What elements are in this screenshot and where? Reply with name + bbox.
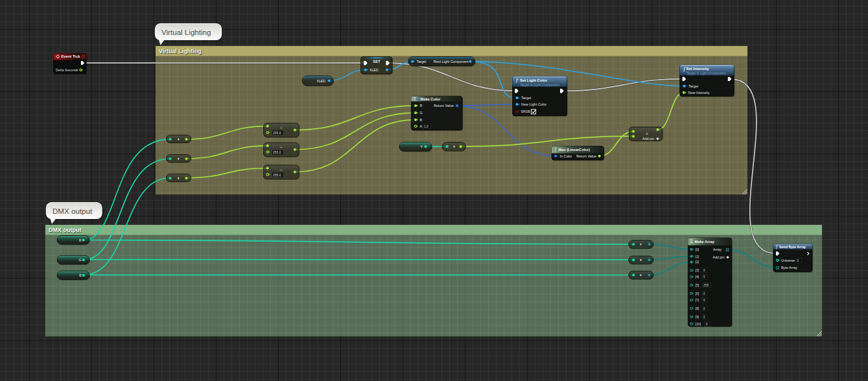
- svg-text:G: G: [79, 258, 82, 262]
- svg-text:Event Tick: Event Tick: [62, 54, 81, 58]
- svg-text:Send Byte Array: Send Byte Array: [779, 245, 806, 249]
- svg-text:Max (LinearColor): Max (LinearColor): [559, 148, 590, 152]
- svg-text:[10]: [10]: [696, 322, 701, 326]
- svg-text:[4]: [4]: [696, 275, 699, 279]
- svg-text:ƒ: ƒ: [515, 77, 518, 83]
- svg-text:Add pin: Add pin: [642, 137, 654, 141]
- svg-text:R: R: [79, 238, 82, 242]
- svg-text:Target is Light Component: Target is Light Component: [520, 83, 559, 87]
- svg-text:Make Array: Make Array: [695, 240, 715, 244]
- svg-text:Byte Array: Byte Array: [781, 266, 797, 270]
- svg-text:ƒ: ƒ: [554, 147, 557, 152]
- svg-text:DMX output: DMX output: [53, 207, 93, 215]
- svg-text:Target: Target: [417, 60, 427, 64]
- svg-text:0: 0: [703, 307, 705, 310]
- svg-text:[3]: [3]: [696, 268, 699, 272]
- svg-text:0: 0: [703, 299, 705, 302]
- svg-text:255: 255: [703, 284, 709, 287]
- svg-text:0: 0: [703, 275, 705, 279]
- svg-text:[0]: [0]: [696, 248, 699, 251]
- svg-text:[2]: [2]: [696, 260, 699, 264]
- svg-text:Return Value: Return Value: [576, 154, 596, 158]
- svg-text:Set Light Color: Set Light Color: [520, 78, 548, 82]
- svg-text:ƒ: ƒ: [775, 244, 778, 249]
- svg-text:÷: ÷: [280, 126, 283, 130]
- svg-text:0: 0: [706, 323, 708, 326]
- svg-text:Add pin: Add pin: [713, 255, 725, 259]
- svg-text:[1]: [1]: [696, 255, 699, 259]
- svg-text:Rect Light Component: Rect Light Component: [434, 60, 469, 64]
- svg-text:G: G: [420, 111, 423, 115]
- svg-text:0: 0: [797, 259, 799, 262]
- svg-text:Make Color: Make Color: [421, 97, 441, 101]
- svg-text:255.0: 255.0: [273, 131, 281, 135]
- svg-text:XLED: XLED: [369, 68, 379, 72]
- svg-text:÷: ÷: [280, 168, 283, 172]
- svg-text:XLED: XLED: [316, 79, 325, 83]
- svg-text:[5]: [5]: [696, 283, 699, 287]
- svg-text:Virtual Lighting: Virtual Lighting: [159, 48, 202, 54]
- svg-text:Return Value: Return Value: [434, 104, 454, 108]
- svg-text:[9]: [9]: [696, 315, 699, 319]
- svg-text:÷: ÷: [280, 145, 283, 150]
- svg-text:255.0: 255.0: [273, 173, 281, 177]
- svg-text:Universe: Universe: [781, 259, 795, 262]
- svg-text:1.0: 1.0: [424, 125, 428, 128]
- svg-text:Array: Array: [713, 248, 721, 251]
- svg-text:DMX output: DMX output: [49, 227, 81, 233]
- svg-text:0: 0: [703, 292, 705, 295]
- svg-text:Target is Light Component: Target is Light Component: [686, 71, 726, 75]
- svg-text:Virtual Lighting: Virtual Lighting: [161, 28, 211, 36]
- svg-text:B: B: [420, 118, 423, 122]
- svg-text:✚: ✚: [656, 137, 659, 141]
- svg-text:Target: Target: [521, 96, 532, 100]
- svg-text:R: R: [420, 104, 423, 108]
- svg-text:A: A: [420, 124, 423, 128]
- svg-text:[7]: [7]: [696, 298, 699, 302]
- svg-text:✚: ✚: [726, 255, 729, 259]
- svg-text:Target: Target: [688, 84, 699, 88]
- svg-text:255.0: 255.0: [273, 150, 281, 154]
- svg-text:[6]: [6]: [696, 292, 699, 295]
- svg-text:Delta Seconds: Delta Seconds: [56, 68, 78, 72]
- svg-text:0: 0: [703, 316, 705, 319]
- svg-text:In Color: In Color: [560, 154, 572, 158]
- svg-text:ƒ: ƒ: [683, 66, 685, 72]
- svg-text:New Light Color: New Light Color: [521, 102, 546, 106]
- svg-text:0: 0: [703, 269, 705, 272]
- svg-text:SET: SET: [373, 60, 381, 64]
- svg-text:New Intensity: New Intensity: [688, 91, 710, 95]
- svg-text:SRGB: SRGB: [521, 110, 531, 113]
- svg-text:V: V: [421, 144, 423, 148]
- svg-text:[8]: [8]: [696, 306, 699, 310]
- svg-text:Set Intensity: Set Intensity: [686, 67, 710, 71]
